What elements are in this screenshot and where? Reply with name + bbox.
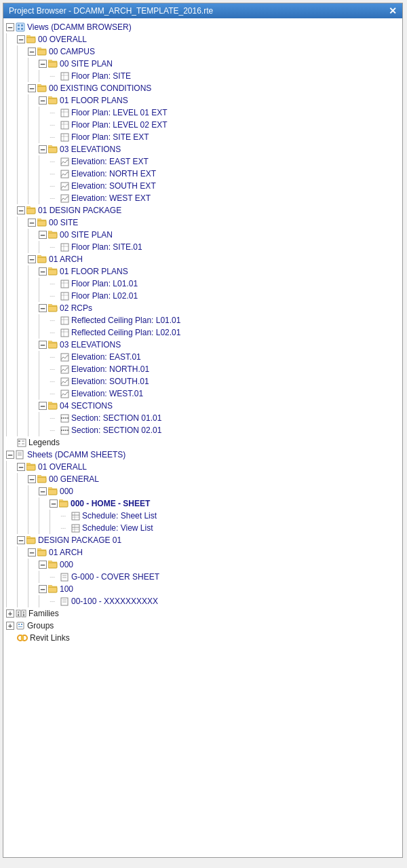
collapse-button[interactable]: −	[6, 23, 14, 31]
collapse-button[interactable]: −	[17, 35, 25, 43]
tree-item[interactable]: ····· Schedule: View List	[3, 522, 393, 534]
collapse-button[interactable]: −	[39, 341, 47, 349]
collapse-button[interactable]: −	[28, 219, 36, 227]
tree-item[interactable]: − 01 FLOOR PLANS	[3, 265, 393, 278]
tree-item[interactable]: ····· Schedule: Sheet List	[3, 510, 393, 522]
tree-item[interactable]: ····· Elevation: EAST EXT	[3, 155, 393, 168]
tree-item[interactable]: − 00 GENERAL	[3, 473, 393, 485]
tree-item[interactable]: ····· Floor Plan: L01.01	[3, 278, 393, 290]
folder-icon	[48, 561, 58, 569]
tree-item[interactable]: Legends	[3, 436, 393, 449]
title-bar: Project Browser - DCAMM_ARCH_TEMPLATE_20…	[3, 3, 402, 18]
sheet-leaf-icon	[60, 597, 69, 606]
collapse-button[interactable]: −	[39, 145, 47, 153]
svg-rect-58	[18, 439, 26, 447]
tree-item-label: Floor Plan: SITE	[71, 70, 131, 82]
collapse-button[interactable]: −	[17, 536, 25, 544]
tree-item[interactable]: ····· Floor Plan: LEVEL 01 EXT	[3, 107, 393, 119]
tree-item[interactable]: − DESIGN PACKAGE 01	[3, 534, 393, 546]
sheets-icon	[16, 450, 25, 459]
tree-item[interactable]: − 02 RCPs	[3, 302, 393, 314]
tree-item[interactable]: ····· Elevation: EAST.01	[3, 351, 393, 363]
tree-item[interactable]: − 00 OVERALL	[3, 33, 393, 45]
tree-item[interactable]: − 00 SITE PLAN	[3, 229, 393, 241]
tree-item[interactable]: −Sheets (DCAMM SHEETS)	[3, 449, 393, 461]
collapse-button[interactable]: −	[28, 48, 36, 56]
tree-item[interactable]: − 00 CAMPUS	[3, 45, 393, 58]
svg-rect-5	[26, 37, 35, 43]
collapse-button[interactable]: −	[28, 84, 36, 92]
collapse-button[interactable]: −	[6, 451, 14, 459]
collapse-button[interactable]: −	[39, 267, 47, 276]
tree-connector: ·····	[50, 107, 59, 119]
collapse-button[interactable]: −	[39, 487, 47, 495]
collapse-button[interactable]: −	[39, 231, 47, 239]
tree-item-label: 03 ELEVATIONS	[60, 143, 121, 155]
tree-item[interactable]: ····· Elevation: SOUTH EXT	[3, 180, 393, 192]
collapse-button[interactable]: −	[39, 402, 47, 410]
tree-item-label: 00 SITE PLAN	[60, 58, 113, 70]
tree-item[interactable]: ····· Elevation: WEST EXT	[3, 192, 393, 204]
expand-button[interactable]: +	[6, 622, 14, 630]
svg-rect-68	[37, 477, 46, 483]
tree-item[interactable]: Revit Links	[3, 632, 393, 644]
floorplan-icon	[60, 292, 69, 301]
tree-item[interactable]: ····· Section: SECTION 02.01	[3, 424, 393, 436]
svg-rect-69	[48, 489, 57, 495]
tree-item[interactable]: − 00 SITE	[3, 216, 393, 229]
tree-item[interactable]: ·····00-100 - XXXXXXXXXX	[3, 595, 393, 607]
tree-item[interactable]: − Views (DCAMM BROWSER)	[3, 21, 393, 33]
collapse-button[interactable]: −	[39, 585, 47, 593]
tree-item[interactable]: − 01 DESIGN PACKAGE	[3, 204, 393, 216]
tree-item[interactable]: ····· Elevation: NORTH EXT	[3, 168, 393, 180]
tree-item[interactable]: − 01 ARCH	[3, 253, 393, 265]
collapse-button[interactable]: −	[28, 548, 36, 556]
tree-item-label: 00 SITE	[49, 216, 78, 229]
tree-item[interactable]: − 000	[3, 485, 393, 497]
tree-item[interactable]: − 00 SITE PLAN	[3, 58, 393, 70]
tree-item[interactable]: − 03 ELEVATIONS	[3, 143, 393, 155]
tree-item[interactable]: ····· Elevation: SOUTH.01	[3, 375, 393, 388]
collapse-button[interactable]: −	[39, 60, 47, 68]
tree-item[interactable]: ····· Elevation: WEST.01	[3, 388, 393, 400]
tree-item[interactable]: ·····G-000 - COVER SHEET	[3, 571, 393, 583]
tree-item[interactable]: ····· Floor Plan: SITE	[3, 70, 393, 82]
svg-rect-33	[37, 257, 46, 263]
tree-item[interactable]: − 00 EXISTING CONDITIONS	[3, 82, 393, 94]
tree-item[interactable]: ····· Floor Plan: SITE EXT	[3, 131, 393, 143]
collapse-button[interactable]: −	[39, 304, 47, 312]
tree-item[interactable]: − 01 ARCH	[3, 546, 393, 559]
collapse-button[interactable]: −	[50, 499, 58, 508]
tree-item[interactable]: ····· Floor Plan: LEVEL 02 EXT	[3, 119, 393, 131]
collapse-button[interactable]: −	[39, 96, 47, 105]
tree-item[interactable]: ····· Section: SECTION 01.01	[3, 412, 393, 424]
svg-rect-51	[61, 378, 69, 385]
tree-item[interactable]: ····· Reflected Ceiling Plan: L02.01	[3, 326, 393, 339]
collapse-button[interactable]: −	[17, 206, 25, 214]
close-button[interactable]: ✕	[389, 6, 397, 16]
tree-item-label: Reflected Ceiling Plan: L01.01	[71, 314, 180, 326]
tree-item-label: 00 SITE PLAN	[60, 229, 113, 241]
expand-button[interactable]: +	[6, 609, 14, 618]
tree-item[interactable]: − 03 ELEVATIONS	[3, 339, 393, 351]
collapse-button[interactable]: −	[39, 561, 47, 569]
tree-item[interactable]: + Groups	[3, 620, 393, 632]
tree-item-label: 00 OVERALL	[38, 33, 87, 45]
collapse-button[interactable]: −	[17, 463, 25, 471]
tree-item[interactable]: − 01 FLOOR PLANS	[3, 94, 393, 107]
tree-item[interactable]: ····· Elevation: NORTH.01	[3, 363, 393, 375]
tree-item[interactable]: ····· Reflected Ceiling Plan: L01.01	[3, 314, 393, 326]
tree-item[interactable]: + Families	[3, 607, 393, 620]
tree-container[interactable]: − Views (DCAMM BROWSER)− 00 OVERALL− 00 …	[3, 18, 402, 857]
collapse-button[interactable]: −	[28, 255, 36, 263]
tree-item[interactable]: − 100	[3, 583, 393, 595]
tree-item-label: 02 RCPs	[60, 302, 92, 314]
collapse-button[interactable]: −	[28, 475, 36, 483]
tree-item[interactable]: − 04 SECTIONS	[3, 400, 393, 412]
tree-item[interactable]: − 000	[3, 559, 393, 571]
tree-item[interactable]: − 000 - HOME - SHEET	[3, 497, 393, 510]
tree-item[interactable]: − 01 OVERALL	[3, 461, 393, 473]
tree-item[interactable]: ····· Floor Plan: SITE.01	[3, 241, 393, 253]
tree-item-label: 00 CAMPUS	[49, 45, 95, 58]
tree-item[interactable]: ····· Floor Plan: L02.01	[3, 290, 393, 302]
